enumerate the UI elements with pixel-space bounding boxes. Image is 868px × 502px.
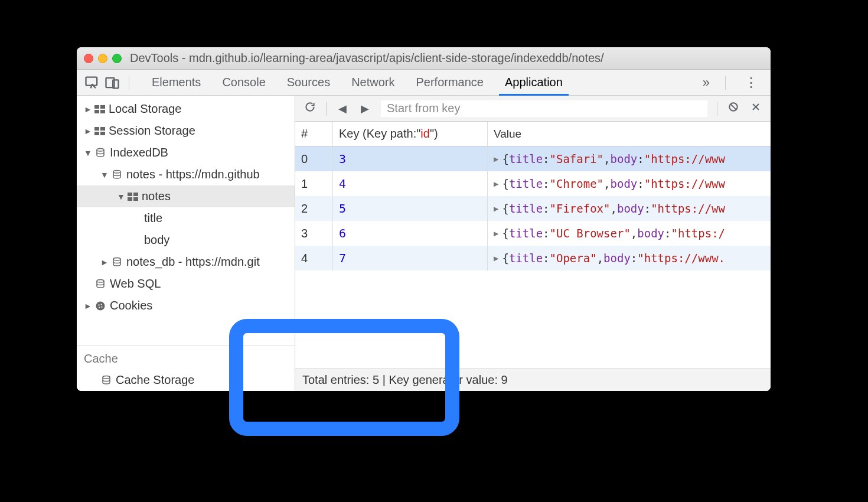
cell-key: 6	[333, 221, 488, 246]
disclosure-arrow-icon: ►	[84, 126, 92, 136]
tab-sources[interactable]: Sources	[276, 70, 341, 95]
separator	[326, 102, 327, 116]
disclosure-arrow-icon: ▼	[100, 170, 109, 180]
cell-index: 1	[295, 171, 333, 196]
database-icon	[111, 169, 123, 180]
svg-point-7	[96, 301, 105, 310]
devtools-toolbar: ElementsConsoleSourcesNetworkPerformance…	[77, 70, 771, 96]
cell-key: 3	[333, 146, 488, 171]
table-row[interactable]: 03▶{title: "Safari", body: "https://www	[295, 146, 771, 171]
table-row[interactable]: 25▶{title: "Firefox", body: "https://ww	[295, 196, 771, 221]
cache-section-header: Cache	[77, 346, 295, 369]
disclosure-arrow-icon: ▼	[117, 192, 125, 201]
window-controls	[84, 54, 122, 63]
tree-item-indexeddb[interactable]: ▼IndexedDB	[77, 142, 295, 164]
tree-item-label: Cache Storage	[116, 373, 194, 387]
svg-point-11	[99, 307, 100, 308]
cache-tree: Cache Storage	[77, 369, 295, 391]
prev-page-icon[interactable]: ◀	[336, 102, 349, 115]
cell-index: 4	[295, 246, 333, 270]
delete-selected-icon[interactable]	[749, 101, 762, 116]
next-page-icon[interactable]: ▶	[358, 102, 371, 115]
cell-index: 0	[295, 146, 333, 171]
tree-item-label: title	[144, 211, 162, 225]
cell-index: 3	[295, 221, 333, 246]
svg-point-9	[101, 304, 102, 305]
cell-key: 5	[333, 196, 488, 221]
svg-point-4	[113, 170, 120, 173]
disclosure-triangle-icon[interactable]: ▶	[494, 179, 498, 188]
tree-item-label: body	[144, 233, 169, 247]
disclosure-arrow-icon: ►	[100, 257, 109, 267]
titlebar: DevTools - mdn.github.io/learning-area/j…	[77, 47, 771, 70]
tree-item-label: notes	[142, 190, 171, 203]
close-window-button[interactable]	[84, 54, 93, 63]
disclosure-triangle-icon[interactable]: ▶	[494, 154, 498, 164]
devtools-window: DevTools - mdn.github.io/learning-area/j…	[77, 47, 771, 391]
status-bar: Total entries: 5 | Key generator value: …	[295, 369, 771, 391]
table-row[interactable]: 47▶{title: "Opera", body: "https://www.	[295, 246, 771, 270]
grid-body: 03▶{title: "Safari", body: "https://www1…	[295, 146, 771, 369]
panel-tabs: ElementsConsoleSourcesNetworkPerformance…	[141, 70, 692, 95]
tree-item-label: Cookies	[110, 299, 152, 312]
tree-item-label: notes_db - https://mdn.git	[126, 255, 260, 269]
tree-item-notes[interactable]: ▼notes	[77, 185, 295, 207]
tab-performance[interactable]: Performance	[406, 70, 495, 95]
minimize-window-button[interactable]	[98, 54, 107, 63]
table-row[interactable]: 14▶{title: "Chrome", body: "https://www	[295, 171, 771, 196]
disclosure-triangle-icon[interactable]: ▶	[494, 253, 498, 263]
cell-value: ▶{title: "Safari", body: "https://www	[488, 146, 771, 171]
start-from-key-input[interactable]	[381, 100, 707, 117]
clear-objectstore-icon[interactable]	[727, 101, 740, 116]
window-title: DevTools - mdn.github.io/learning-area/j…	[130, 51, 604, 65]
table-row[interactable]: 36▶{title: "UC Browser", body: "https:/	[295, 221, 771, 246]
storage-tree: ►Local Storage►Session Storage▼IndexedDB…	[77, 96, 295, 317]
refresh-icon[interactable]	[304, 101, 316, 116]
svg-point-3	[97, 148, 104, 151]
cell-key: 7	[333, 246, 488, 270]
disclosure-arrow-icon: ►	[84, 301, 92, 311]
data-grid: # Key (Key path: "id") Value 03▶{title: …	[295, 122, 771, 369]
tab-network[interactable]: Network	[341, 70, 405, 95]
maximize-window-button[interactable]	[112, 54, 122, 63]
disclosure-triangle-icon[interactable]: ▶	[494, 204, 498, 213]
tree-item-title[interactable]: title	[77, 207, 295, 229]
device-mode-icon[interactable]	[104, 74, 120, 91]
col-header-index[interactable]: #	[295, 122, 333, 146]
kebab-menu-icon[interactable]: ⋮	[740, 75, 763, 90]
tree-item-notes-db-https-mdn-git[interactable]: ►notes_db - https://mdn.git	[77, 251, 295, 273]
tree-item-cache-storage[interactable]: Cache Storage	[77, 369, 295, 391]
tree-item-label: Local Storage	[109, 102, 181, 116]
tree-item-body[interactable]: body	[77, 229, 295, 251]
svg-point-10	[101, 306, 102, 307]
svg-point-12	[103, 376, 110, 379]
tree-item-cookies[interactable]: ►Cookies	[77, 295, 295, 317]
tab-elements[interactable]: Elements	[141, 70, 211, 95]
cell-value: ▶{title: "Chrome", body: "https://www	[488, 171, 771, 196]
table-icon	[94, 127, 105, 135]
cell-key: 4	[333, 171, 488, 196]
objectstore-toolbar: ◀ ▶	[295, 96, 771, 122]
database-icon	[111, 257, 123, 268]
tab-console[interactable]: Console	[211, 70, 276, 95]
cookie-icon	[94, 300, 106, 312]
col-header-key[interactable]: Key (Key path: "id")	[333, 122, 488, 146]
col-header-value[interactable]: Value	[488, 122, 771, 146]
svg-point-8	[98, 304, 99, 305]
status-text: Total entries: 5 | Key generator value: …	[302, 373, 508, 387]
svg-point-5	[113, 257, 120, 260]
tree-item-web-sql[interactable]: Web SQL	[77, 273, 295, 295]
inspect-icon[interactable]	[84, 74, 100, 91]
tree-item-local-storage[interactable]: ►Local Storage	[77, 98, 295, 120]
database-icon	[94, 148, 106, 158]
toolbar-separator	[129, 76, 129, 90]
svg-point-6	[97, 279, 104, 282]
disclosure-triangle-icon[interactable]: ▶	[494, 229, 498, 238]
more-tabs-icon[interactable]: »	[696, 75, 717, 90]
tab-application[interactable]: Application	[494, 70, 573, 95]
cell-value: ▶{title: "Firefox", body: "https://ww	[488, 196, 771, 221]
tree-item-session-storage[interactable]: ►Session Storage	[77, 120, 295, 142]
table-icon	[128, 193, 138, 201]
tree-item-notes-https-mdn-github[interactable]: ▼notes - https://mdn.github	[77, 164, 295, 185]
objectstore-panel: ◀ ▶ # Key (	[295, 96, 771, 391]
